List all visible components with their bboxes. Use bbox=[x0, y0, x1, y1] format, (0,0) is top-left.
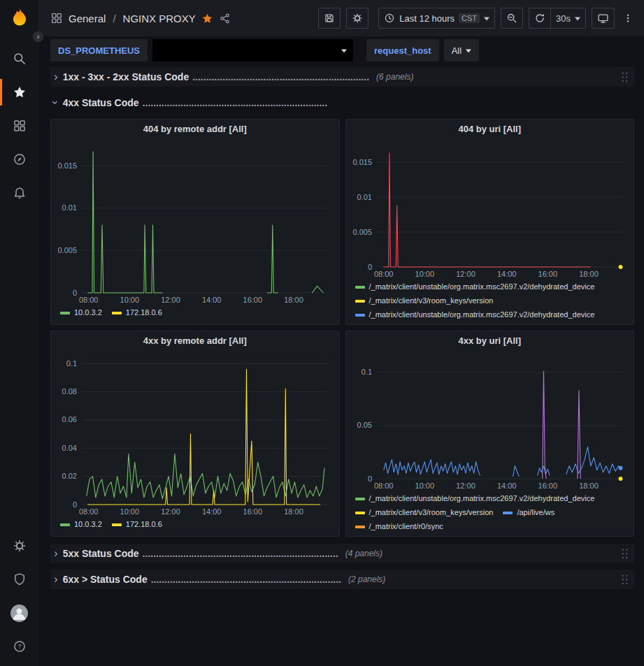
svg-text:0.1: 0.1 bbox=[66, 359, 77, 368]
chevron-down-icon: › bbox=[50, 100, 62, 104]
series-color-swatch bbox=[355, 314, 365, 317]
sidebar-item-alerting[interactable] bbox=[0, 176, 38, 210]
legend-item[interactable]: /_matrix/client/v3/room_keys/version bbox=[355, 507, 494, 519]
panel-404-by-uri-all: 404 by uri [All]00.0050.010.01508:0010:0… bbox=[345, 119, 635, 325]
sidebar-expand-button[interactable]: › bbox=[32, 31, 44, 43]
favorite-star-icon[interactable] bbox=[201, 13, 213, 24]
sidebar-item-explore[interactable] bbox=[0, 143, 38, 176]
sidebar-item-dashboards[interactable] bbox=[0, 109, 38, 143]
legend-item[interactable]: 172.18.0.6 bbox=[112, 307, 162, 319]
refresh-interval-label: 30s bbox=[556, 13, 571, 24]
legend-item[interactable]: /_matrix/client/v3/room_keys/version bbox=[355, 323, 494, 324]
svg-text:0.01: 0.01 bbox=[62, 203, 77, 212]
breadcrumb-section[interactable]: General bbox=[69, 13, 106, 24]
refresh-icon bbox=[534, 13, 545, 24]
sidebar-item-help[interactable]: ? bbox=[0, 630, 38, 663]
panel-4xx-by-uri-all: 4xx by uri [All]00.050.108:0010:0012:001… bbox=[345, 331, 635, 537]
dashboard-row-5xx[interactable]: › 5xx Status Code ......................… bbox=[50, 544, 634, 563]
panel-legend: 10.0.3.2172.18.0.6 bbox=[51, 305, 339, 324]
svg-text:10:00: 10:00 bbox=[415, 482, 434, 490]
panel-title[interactable]: 404 by uri [All] bbox=[346, 120, 634, 138]
share-icon[interactable] bbox=[219, 13, 231, 24]
breadcrumb-title[interactable]: NGINX PROXY bbox=[123, 13, 196, 24]
legend-item[interactable]: /_matrix/client/r0/sync bbox=[355, 521, 443, 533]
panel-chart[interactable]: 00.020.040.060.080.108:0010:0012:0014:00… bbox=[51, 349, 339, 517]
top-navigation: General / NGINX PROXY bbox=[38, 0, 644, 36]
save-dashboard-button[interactable] bbox=[318, 8, 341, 29]
legend-item[interactable]: 10.0.3.2 bbox=[60, 307, 102, 319]
svg-text:0.05: 0.05 bbox=[357, 421, 371, 429]
legend-item[interactable]: /_matrix/client/unstable/org.matrix.msc2… bbox=[355, 281, 595, 293]
panel-title[interactable]: 4xx by remote addr [All] bbox=[51, 331, 339, 349]
kebab-menu-button[interactable] bbox=[620, 8, 636, 29]
sidebar-item-configuration[interactable] bbox=[0, 529, 38, 563]
drag-handle-icon[interactable] bbox=[621, 71, 629, 83]
star-icon bbox=[13, 85, 27, 99]
tv-mode-button[interactable] bbox=[592, 8, 615, 29]
legend-item[interactable]: /sw.js bbox=[503, 323, 536, 324]
panel-chart[interactable]: 00.0050.010.01508:0010:0012:0014:0016:00… bbox=[51, 138, 339, 305]
svg-text:16:00: 16:00 bbox=[538, 482, 557, 490]
time-range-picker[interactable]: Last 12 hours CST bbox=[378, 8, 495, 29]
sidebar-item-starred[interactable] bbox=[0, 75, 38, 109]
grafana-logo[interactable] bbox=[8, 7, 31, 31]
request-host-variable-label[interactable]: request_host bbox=[366, 39, 439, 61]
panel-legend: 10.0.3.2172.18.0.6 bbox=[51, 517, 339, 536]
panel-legend: /_matrix/client/unstable/org.matrix.msc2… bbox=[346, 280, 634, 324]
legend-item[interactable]: 172.18.0.6 bbox=[112, 519, 162, 530]
drag-handle-icon[interactable] bbox=[621, 574, 629, 586]
dashboard-row-4xx[interactable]: › 4xx Status Code ......................… bbox=[50, 93, 634, 113]
svg-text:08:00: 08:00 bbox=[79, 507, 99, 516]
svg-text:0.04: 0.04 bbox=[62, 444, 77, 452]
svg-text:0.015: 0.015 bbox=[57, 161, 77, 170]
series-color-swatch bbox=[112, 312, 122, 314]
row-title-leader: ........................................… bbox=[192, 71, 369, 82]
svg-text:14:00: 14:00 bbox=[496, 482, 516, 490]
legend-label: 10.0.3.2 bbox=[74, 519, 102, 530]
svg-text:08:00: 08:00 bbox=[373, 482, 393, 490]
dashboard-row-6xx[interactable]: › 6xx > Status Code ....................… bbox=[50, 570, 634, 589]
panel-chart[interactable]: 00.050.108:0010:0012:0014:0016:0018:00 bbox=[346, 349, 634, 491]
gear-icon bbox=[352, 13, 363, 24]
svg-text:16:00: 16:00 bbox=[243, 507, 263, 516]
series-color-swatch bbox=[355, 300, 365, 303]
grafana-app: ? › General / NGINX PROXY bbox=[0, 0, 644, 666]
dashboard-settings-button[interactable] bbox=[346, 8, 368, 29]
series-color-swatch bbox=[355, 498, 365, 500]
svg-text:0.015: 0.015 bbox=[352, 158, 372, 166]
time-range-label: Last 12 hours bbox=[399, 13, 455, 24]
legend-item[interactable]: /_matrix/client/v3/room_keys/version bbox=[355, 295, 494, 307]
series-color-swatch bbox=[60, 523, 70, 526]
legend-item[interactable]: /_matrix/client/unstable/org.matrix.msc2… bbox=[355, 493, 595, 505]
legend-label: /_matrix/client/unstable/org.matrix.msc2… bbox=[369, 309, 595, 321]
drag-handle-icon[interactable] bbox=[621, 548, 629, 560]
chevron-right-icon: › bbox=[54, 547, 58, 559]
breadcrumb: General / NGINX PROXY bbox=[50, 12, 231, 24]
sidebar-item-search[interactable] bbox=[0, 42, 38, 75]
refresh-interval-dropdown[interactable]: 30s bbox=[550, 8, 586, 29]
legend-item[interactable]: /_matrix/client/unstable/org.matrix.msc2… bbox=[355, 309, 595, 321]
panel-title[interactable]: 4xx by uri [All] bbox=[346, 331, 634, 349]
datasource-variable-label[interactable]: DS_PROMETHEUS bbox=[50, 39, 148, 61]
series-color-swatch bbox=[60, 312, 70, 314]
series-color-swatch bbox=[355, 526, 365, 528]
legend-item[interactable]: /_matrix/client/unstable/org.matrix.msc2… bbox=[355, 535, 595, 536]
legend-label: /_matrix/client/unstable/org.matrix.msc2… bbox=[369, 493, 595, 505]
sidebar-item-profile[interactable] bbox=[0, 596, 38, 630]
panel-title[interactable]: 404 by remote addr [All] bbox=[51, 120, 339, 138]
datasource-variable-select[interactable] bbox=[152, 39, 353, 61]
svg-text:10:00: 10:00 bbox=[415, 270, 434, 278]
zoom-out-button[interactable] bbox=[501, 8, 523, 29]
legend-item[interactable]: /api/live/ws bbox=[503, 507, 554, 519]
sidebar-item-server-admin[interactable] bbox=[0, 563, 38, 596]
dashboard-row-1xx-3xx-2xx[interactable]: › 1xx - 3xx - 2xx Status Code ..........… bbox=[50, 67, 634, 87]
legend-label: /_matrix/client/unstable/org.matrix.msc2… bbox=[369, 535, 595, 536]
clock-icon bbox=[384, 13, 395, 24]
svg-text:0.005: 0.005 bbox=[57, 246, 77, 254]
request-host-variable-select[interactable]: All bbox=[444, 39, 479, 61]
legend-item[interactable]: 10.0.3.2 bbox=[60, 519, 102, 530]
svg-text:0.06: 0.06 bbox=[62, 415, 77, 424]
refresh-button-group: 30s bbox=[529, 8, 586, 29]
refresh-button[interactable] bbox=[529, 8, 550, 29]
panel-chart[interactable]: 00.0050.010.01508:0010:0012:0014:0016:00… bbox=[346, 138, 634, 280]
